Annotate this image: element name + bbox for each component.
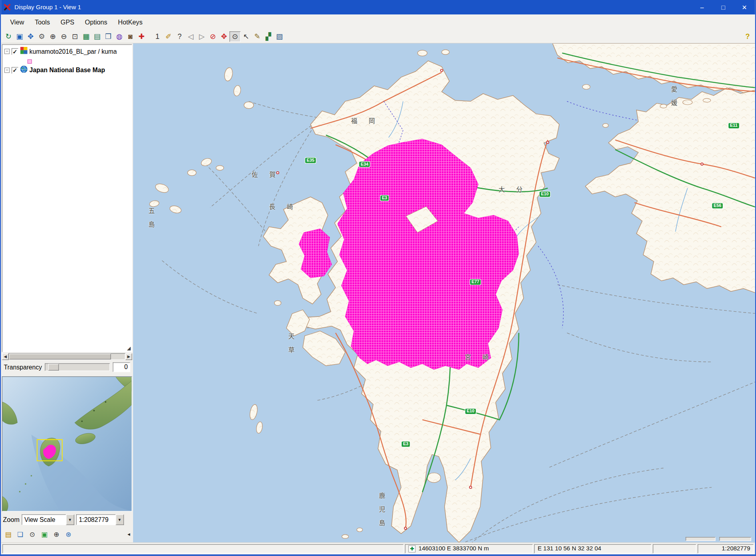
route-shield: E11 xyxy=(728,123,739,129)
legend-swatch[interactable] xyxy=(28,59,32,64)
menubar: View Tools GPS Options HotKeys xyxy=(1,14,755,30)
zoom-mode-dropdown[interactable]: View Scale ▼ xyxy=(22,514,74,525)
layer-label[interactable]: kumamoto2016_BL_par / kuma xyxy=(29,48,117,55)
map-view[interactable]: 福 岡 佐 賀 長 崎 大 分 宮 崎 鹿 児 島 愛 媛 天 草 五 島 E3… xyxy=(133,43,755,542)
layer-tree-hscrollbar[interactable]: ◀ ▶ xyxy=(2,353,132,360)
route-shield: E56 xyxy=(712,203,723,209)
next-view-icon[interactable]: ▷ xyxy=(196,31,208,42)
zoom-map-icon[interactable]: ▣ xyxy=(39,529,49,539)
hscroll-thumb[interactable] xyxy=(9,354,111,359)
menu-options[interactable]: Options xyxy=(80,16,113,28)
prev-view-icon[interactable]: ◁ xyxy=(185,31,196,42)
map-hscrollbar[interactable] xyxy=(685,537,716,541)
layer-manager-icon[interactable]: ▤ xyxy=(92,31,103,42)
statusbar: ✚ 14603100 E 3833700 N m E 131 10 56 N 3… xyxy=(1,542,755,554)
menu-tools[interactable]: Tools xyxy=(29,16,55,28)
zoom-in-icon[interactable]: ⊛ xyxy=(63,529,74,539)
tree-resize-arrow[interactable]: ◢ xyxy=(127,345,131,351)
display-window: Display Group 1 - View 1 – □ ✕ View Tool… xyxy=(0,0,756,556)
design-tools-icon[interactable]: ⚙ xyxy=(36,31,47,42)
help-icon[interactable]: ? xyxy=(742,31,753,42)
pan-icon[interactable]: ✥ xyxy=(25,31,36,42)
transparency-slider-thumb[interactable] xyxy=(48,364,59,371)
query-tool-icon[interactable]: ? xyxy=(174,31,185,42)
redraw-icon[interactable]: ↻ xyxy=(3,31,14,42)
zoom-scale-dropdown[interactable]: 1:2082779 ▼ xyxy=(76,514,123,525)
legend-tool-icon[interactable]: ▨ xyxy=(274,31,285,42)
minimize-button[interactable]: – xyxy=(691,0,713,14)
locator-map[interactable] xyxy=(2,376,132,511)
app-window: Display Group 1 - View 1 – □ ✕ View Tool… xyxy=(0,0,756,556)
pointer-tool-icon[interactable]: ↖ xyxy=(241,31,252,42)
status-spare xyxy=(653,544,696,553)
zoom-label: Zoom xyxy=(3,516,20,523)
route-shield: E3 xyxy=(380,195,389,201)
map-hscrollbar[interactable] xyxy=(720,537,751,541)
scroll-right-icon[interactable]: ▶ xyxy=(125,353,132,360)
titlebar[interactable]: Display Group 1 - View 1 – □ ✕ xyxy=(1,0,755,14)
panel-toolbar: ▤ ❏ ⊙ ▣ ⊕ ⊛ ◂ xyxy=(2,527,132,541)
transparency-control: Transparency 0 xyxy=(2,360,132,374)
zoom-out-icon[interactable]: ⊖ xyxy=(59,31,70,42)
collapse-icon[interactable]: − xyxy=(4,49,10,54)
zoom-in-icon[interactable]: ⊕ xyxy=(47,31,59,42)
legend-panel-icon[interactable]: ▤ xyxy=(3,529,13,539)
close-button[interactable]: ✕ xyxy=(734,0,755,14)
panel-collapse-arrow[interactable]: ◂ xyxy=(127,531,131,538)
zoom-controls: Zoom View Scale ▼ 1:2082779 ▼ xyxy=(2,512,132,527)
add-layer-icon[interactable]: ✚ xyxy=(136,31,147,42)
layer-checkbox[interactable]: ✓ xyxy=(12,48,18,55)
menu-view[interactable]: View xyxy=(5,16,29,28)
cursor-position-text: 14603100 E 3833700 N m xyxy=(418,545,489,552)
transparency-slider[interactable] xyxy=(45,363,110,371)
route-shield: E3 xyxy=(401,441,410,447)
zoom-mode-value[interactable]: View Scale xyxy=(22,514,66,525)
maximize-button[interactable]: □ xyxy=(713,0,734,14)
layer-row-kumamoto[interactable]: − ✓ kumamoto2016_BL_par / kuma xyxy=(2,45,131,57)
map-label-kagoshima: 鹿 児 島 xyxy=(377,492,386,529)
route-shield: E77 xyxy=(470,279,481,285)
zoom-scale-value[interactable]: 1:2082779 xyxy=(76,514,115,525)
snapshot-icon[interactable]: ◙ xyxy=(125,31,136,42)
profile-tool-icon[interactable]: ▞ xyxy=(263,31,274,42)
app-logo-icon xyxy=(1,3,13,11)
left-panel: − ✓ kumamoto2016_BL_par / kuma xyxy=(1,43,133,542)
map-label-miyazaki: 宮 崎 xyxy=(465,352,494,361)
move-tool-icon[interactable]: ✥ xyxy=(218,31,230,42)
collapse-icon[interactable]: − xyxy=(4,67,10,73)
transparency-value[interactable]: 0 xyxy=(113,362,130,372)
status-message xyxy=(2,544,404,553)
globe-layer-icon xyxy=(20,66,28,75)
chevron-down-icon[interactable]: ▼ xyxy=(66,514,74,525)
zoom-box-tool-icon[interactable]: ⊙ xyxy=(230,31,241,42)
copy-view-icon[interactable]: ❐ xyxy=(103,31,114,42)
layer-tree[interactable]: − ✓ kumamoto2016_BL_par / kuma xyxy=(2,45,132,352)
toolbar: ↻ ▣ ✥ ⚙ ⊕ ⊖ ⊡ ▦ ▤ ❐ ◍ ◙ ✚ 1 ✐ ? ◁ ▷ ⊘ ✥ … xyxy=(1,30,755,44)
window-title: Display Group 1 - View 1 xyxy=(14,4,691,11)
route-shield: E34 xyxy=(359,161,370,168)
full-view-icon[interactable]: ▣ xyxy=(14,31,25,42)
content-area: − ✓ kumamoto2016_BL_par / kuma xyxy=(1,43,755,542)
layer-label[interactable]: Japan National Base Map xyxy=(29,67,105,74)
group-panel-icon[interactable]: ❏ xyxy=(15,529,25,539)
menu-gps[interactable]: GPS xyxy=(55,16,80,28)
layer-checkbox[interactable]: ✓ xyxy=(12,67,18,74)
sketch-tool-icon[interactable]: ✎ xyxy=(252,31,263,42)
scale-readout: 1:2082779 xyxy=(697,544,754,553)
locator-icon[interactable]: ⊙ xyxy=(27,529,37,539)
zoom-box-icon[interactable]: ⊕ xyxy=(51,529,61,539)
scroll-left-icon[interactable]: ◀ xyxy=(2,353,9,360)
route-shield: E35 xyxy=(305,157,316,164)
geotoolbox-icon[interactable]: ✐ xyxy=(163,31,174,42)
disable-tool-icon[interactable]: ⊘ xyxy=(207,31,218,42)
chevron-down-icon[interactable]: ▼ xyxy=(115,514,123,525)
georeference-icon[interactable]: ◍ xyxy=(114,31,125,42)
grid-icon[interactable]: ▦ xyxy=(81,31,92,42)
menu-hotkeys[interactable]: HotKeys xyxy=(113,16,148,28)
cursor-position-readout: ✚ 14603100 E 3833700 N m xyxy=(405,544,533,553)
layer-row-basemap[interactable]: − ✓ Japan National Base Map xyxy=(2,64,131,76)
map-label-saga: 佐 賀 xyxy=(252,170,281,179)
select-tool-icon[interactable]: 1 xyxy=(152,31,163,42)
zoom-1x-icon[interactable]: ⊡ xyxy=(69,31,81,42)
map-label-nagasaki: 長 崎 xyxy=(269,202,298,211)
